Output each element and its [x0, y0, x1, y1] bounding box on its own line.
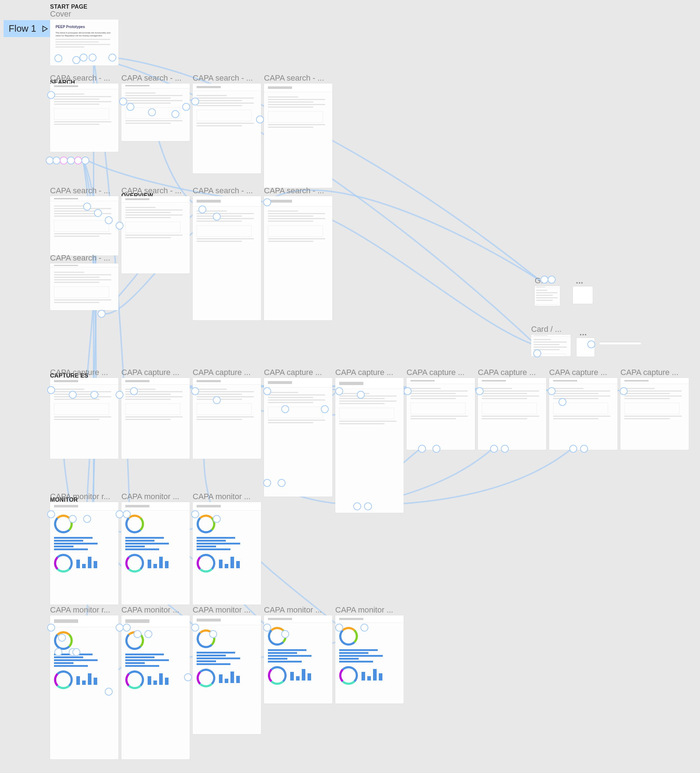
frame-thumbnail[interactable] — [535, 286, 560, 306]
connection-node[interactable] — [191, 624, 199, 632]
connection-node[interactable] — [353, 502, 361, 510]
connection-node[interactable] — [60, 156, 68, 164]
frame-thumbnail[interactable] — [549, 378, 618, 450]
connection-node[interactable] — [127, 103, 134, 111]
connection-node[interactable] — [91, 391, 98, 399]
connection-node[interactable] — [79, 54, 87, 61]
connection-node[interactable] — [47, 91, 55, 99]
connection-node[interactable] — [281, 405, 289, 413]
frame-thumbnail[interactable] — [193, 84, 261, 173]
connection-node[interactable] — [263, 624, 271, 632]
connection-node[interactable] — [123, 510, 131, 518]
frame-thumbnail[interactable] — [478, 378, 546, 450]
connection-node[interactable] — [72, 648, 80, 656]
frame-thumbnail[interactable] — [121, 502, 190, 605]
connection-node[interactable] — [357, 391, 365, 399]
connection-node[interactable] — [182, 103, 190, 111]
connection-node[interactable] — [115, 391, 124, 399]
connection-node[interactable] — [540, 276, 548, 284]
connection-node[interactable] — [335, 387, 343, 395]
connection-node[interactable] — [105, 216, 113, 224]
connection-node[interactable] — [278, 479, 285, 487]
connection-node[interactable] — [83, 202, 91, 211]
frame-thumbnail[interactable] — [264, 84, 332, 188]
connection-node[interactable] — [533, 349, 541, 357]
connection-node[interactable] — [548, 276, 556, 284]
connection-node[interactable] — [191, 97, 199, 105]
connection-node[interactable] — [47, 386, 55, 394]
connection-node[interactable] — [89, 54, 97, 61]
connection-node[interactable] — [263, 479, 271, 487]
connection-node[interactable] — [144, 630, 152, 638]
frame-thumbnail[interactable] — [193, 502, 261, 605]
connection-node[interactable] — [587, 340, 595, 349]
frame-thumbnail[interactable] — [50, 263, 119, 310]
frame-thumbnail[interactable] — [121, 615, 190, 759]
frame-thumbnail[interactable] — [121, 196, 190, 273]
connection-node[interactable] — [263, 387, 271, 395]
connection-node[interactable] — [213, 396, 221, 404]
connection-node[interactable] — [361, 624, 368, 632]
connection-node[interactable] — [184, 673, 192, 681]
connection-node[interactable] — [83, 515, 91, 523]
frame-thumbnail[interactable] — [264, 196, 332, 320]
connection-node[interactable] — [72, 56, 80, 64]
connection-node[interactable] — [213, 515, 221, 523]
more-icon[interactable]: ••• — [580, 332, 587, 337]
connection-node[interactable] — [364, 502, 372, 510]
connection-node[interactable] — [47, 510, 55, 518]
connection-node[interactable] — [281, 630, 289, 638]
more-icon[interactable]: ••• — [576, 280, 584, 286]
frame-thumbnail[interactable] — [193, 615, 261, 734]
connection-node[interactable] — [69, 515, 77, 523]
connection-node[interactable] — [501, 445, 509, 453]
connection-node[interactable] — [109, 54, 116, 61]
connection-node[interactable] — [123, 624, 131, 632]
connection-node[interactable] — [580, 445, 588, 453]
connection-node[interactable] — [256, 115, 264, 123]
flow-tag[interactable]: Flow 1 — [3, 20, 54, 37]
connection-node[interactable] — [321, 405, 329, 413]
frame-thumbnail[interactable] — [264, 615, 332, 704]
connection-node[interactable] — [130, 387, 138, 395]
frame-thumbnail[interactable] — [193, 378, 261, 459]
connection-node[interactable] — [119, 97, 127, 105]
connection-node[interactable] — [171, 110, 180, 118]
frame-thumbnail[interactable] — [50, 378, 119, 459]
connection-node[interactable] — [94, 209, 102, 217]
connection-node[interactable] — [69, 391, 77, 399]
connection-node[interactable] — [191, 387, 199, 395]
frame-thumbnail[interactable] — [264, 378, 332, 497]
connection-node[interactable] — [74, 156, 82, 164]
connection-node[interactable] — [569, 445, 577, 453]
connection-node[interactable] — [105, 688, 113, 696]
frame-thumbnail[interactable] — [335, 615, 404, 704]
connection-node[interactable] — [490, 445, 498, 453]
connection-node[interactable] — [54, 648, 62, 656]
connection-node[interactable] — [54, 54, 62, 62]
connection-node[interactable] — [209, 630, 217, 638]
frame-thumbnail[interactable] — [407, 378, 475, 450]
frame-thumbnail[interactable] — [193, 196, 261, 320]
connection-node[interactable] — [58, 634, 66, 641]
connection-node[interactable] — [335, 624, 343, 632]
connection-node[interactable] — [418, 445, 426, 453]
connection-node[interactable] — [198, 206, 206, 214]
connection-node[interactable] — [115, 624, 124, 632]
connection-node[interactable] — [133, 630, 142, 638]
frame-thumbnail[interactable] — [335, 378, 404, 513]
connection-node[interactable] — [404, 387, 412, 395]
connection-node[interactable] — [263, 198, 271, 206]
connection-node[interactable] — [53, 156, 61, 164]
mini-card-a[interactable] — [573, 286, 593, 304]
connection-node[interactable] — [213, 213, 221, 220]
connection-node[interactable] — [548, 387, 556, 395]
connection-node[interactable] — [432, 445, 440, 453]
connection-node[interactable] — [67, 156, 75, 164]
connection-node[interactable] — [81, 156, 89, 164]
connection-node[interactable] — [191, 510, 199, 518]
connection-node[interactable] — [558, 398, 567, 406]
figma-prototype-canvas[interactable]: Flow 1 START PAGE SEARCH OVERVIEW CAPTUR… — [0, 0, 700, 773]
connection-node[interactable] — [148, 109, 156, 116]
connection-node[interactable] — [47, 624, 55, 632]
